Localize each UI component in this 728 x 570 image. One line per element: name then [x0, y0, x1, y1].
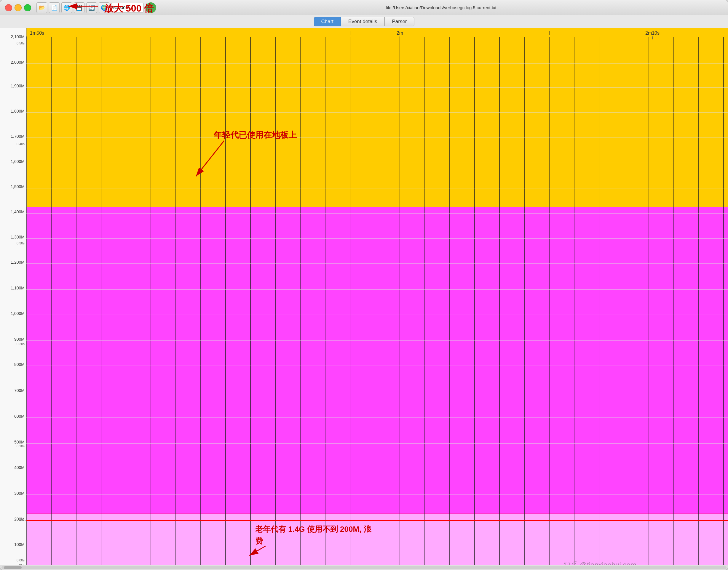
upload-button[interactable]: ↑ — [146, 2, 156, 13]
y-label-500m: 500M — [14, 440, 25, 445]
y-tick-0.00s: 0.00s — [17, 558, 25, 562]
minimize-button[interactable] — [14, 4, 22, 11]
y-label-300m: 300M — [14, 491, 25, 496]
scrollbar-thumb[interactable] — [4, 566, 22, 569]
y-label-1900m: 1,900M — [11, 83, 25, 88]
time-label-2m10s: 2m10s — [645, 30, 660, 36]
file-new-button[interactable]: 📄 — [49, 2, 59, 13]
time-label-2m: 2m — [397, 30, 403, 36]
toolbar: 📂 📄 🌐 💾 🔄 🌍 50000% ▲ ▼ ↑ — [36, 2, 156, 13]
time-label-l2: l — [549, 30, 550, 36]
y-label-900m: 900M — [14, 337, 25, 342]
y-label-0m: 0M — [19, 563, 25, 565]
maximize-button[interactable] — [24, 4, 31, 11]
y-label-400m: 400M — [14, 465, 25, 470]
y-label-600m: 600M — [14, 414, 25, 418]
old-gen-used-bar — [26, 207, 728, 515]
y-label-1800m: 1,800M — [11, 109, 25, 113]
y-label-1100m: 1,100M — [11, 286, 25, 290]
close-button[interactable] — [5, 4, 12, 11]
y-label-800m: 800M — [14, 362, 25, 367]
chart-svg: 1m50s l 2m l 2m10s 2,100M 0.50s 2,000M 1… — [0, 28, 728, 565]
refresh-button[interactable]: 🔄 — [86, 2, 97, 13]
y-label-1700m: 1,700M — [11, 134, 25, 138]
y-tick-0.40s: 0.40s — [17, 142, 25, 146]
y-label-1400m: 1,400M — [11, 210, 25, 214]
y-label-1500m: 1,500M — [11, 184, 25, 189]
young-gen-bar — [26, 28, 728, 207]
title-bar: 📂 📄 🌐 💾 🔄 🌍 50000% ▲ ▼ ↑ — [0, 0, 728, 15]
y-label-1000m: 1,000M — [11, 311, 25, 316]
watermark-text: 知乎 @tianxiaohui.com — [563, 561, 636, 565]
y-label-2000m: 2,000M — [11, 60, 25, 65]
zoom-field[interactable]: 50000% ▲ ▼ — [111, 3, 144, 12]
y-label-700m: 700M — [14, 388, 25, 393]
y-tick-0.20s: 0.20s — [17, 342, 25, 346]
scrollbar-track[interactable] — [1, 566, 727, 569]
y-label-1200m: 1,200M — [11, 260, 25, 265]
zoom-up-arrow[interactable]: ▲ — [131, 5, 134, 8]
svg-text:费: 费 — [255, 537, 263, 545]
traffic-lights — [5, 4, 31, 11]
scrollbar-area[interactable] — [0, 565, 728, 570]
y-label-1600m: 1,600M — [11, 159, 25, 164]
tab-parser[interactable]: Parser — [384, 17, 414, 26]
network-button[interactable]: 🌍 — [99, 2, 110, 13]
y-label-2100m: 2,100M — [11, 34, 25, 39]
zoom-stepper[interactable]: ▲ ▼ — [131, 5, 134, 11]
svg-text:年轻代已使用在地板上: 年轻代已使用在地板上 — [213, 130, 297, 139]
chart-area: 1m50s l 2m l 2m10s 2,100M 0.50s 2,000M 1… — [0, 28, 728, 565]
tab-chart[interactable]: Chart — [314, 17, 341, 26]
time-label-1m50s: 1m50s — [30, 30, 44, 36]
open-folder-button[interactable]: 📂 — [36, 2, 47, 13]
zoom-value: 50000% — [113, 5, 130, 10]
y-label-100m: 100M — [14, 542, 25, 547]
globe-button[interactable]: 🌐 — [61, 2, 72, 13]
y-label-1300m: 1,300M — [11, 235, 25, 239]
y-tick-0.10s: 0.10s — [17, 445, 25, 448]
tab-event-details[interactable]: Event details — [341, 17, 384, 26]
y-tick-0.30s: 0.30s — [17, 242, 25, 245]
main-window: 📂 📄 🌐 💾 🔄 🌍 50000% ▲ ▼ ↑ — [0, 0, 728, 570]
old-gen-free-bar — [26, 514, 728, 565]
window-title: file:/Users/xiatian/Downloads/verbosegc.… — [159, 5, 723, 10]
zoom-down-arrow[interactable]: ▼ — [131, 8, 134, 11]
y-tick-0.50s: 0.50s — [17, 41, 25, 45]
tab-bar: Chart Event details Parser — [0, 15, 728, 28]
svg-text:老年代有 1.4G 使用不到 200M, 浪: 老年代有 1.4G 使用不到 200M, 浪 — [255, 525, 372, 534]
save-button[interactable]: 💾 — [74, 2, 84, 13]
time-label-l1: l — [350, 30, 351, 36]
